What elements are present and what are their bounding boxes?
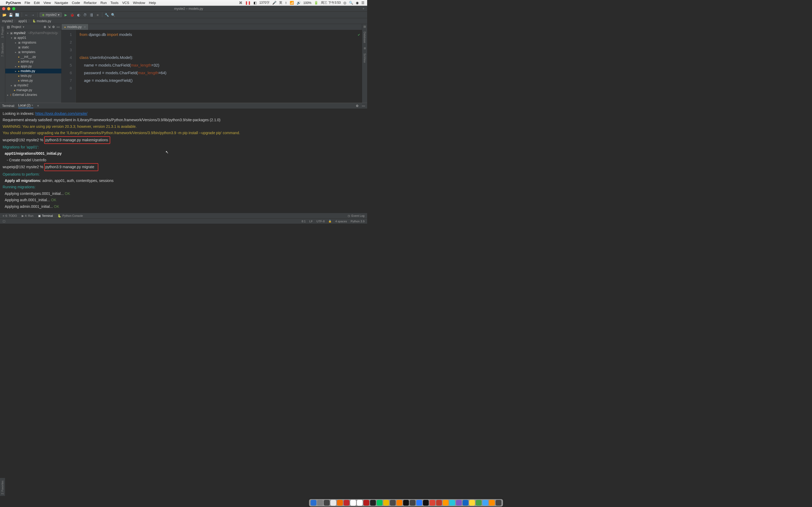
gear-icon[interactable]: ⚙	[52, 25, 55, 29]
folder-name: templates	[22, 50, 36, 54]
save-icon[interactable]: 💾	[8, 12, 13, 17]
tool-structure[interactable]: 7: Structure	[1, 42, 4, 58]
status-icon[interactable]: ◎	[343, 1, 346, 5]
tree-file-selected[interactable]: ▸●models.py	[5, 69, 61, 73]
sync-icon[interactable]: 🔄	[15, 12, 19, 17]
panel-title[interactable]: Project	[11, 25, 21, 29]
search-icon[interactable]: 🔍	[111, 12, 115, 17]
db-icon[interactable]: ▤	[363, 25, 366, 28]
status-icon[interactable]: ⌘	[239, 1, 242, 5]
wifi-icon[interactable]: 📶	[290, 1, 294, 5]
tree-folder[interactable]: ▸▣mysite2	[5, 83, 61, 88]
tree-folder[interactable]: ▸▣migrations	[5, 40, 61, 45]
window-minimize[interactable]	[7, 7, 10, 10]
run-config-selector[interactable]: ◆ mysite2 ▾	[40, 12, 62, 17]
breadcrumb-item[interactable]: models.py	[37, 19, 51, 23]
siri-icon[interactable]: ◉	[356, 1, 359, 5]
add-tab-icon[interactable]: ＋	[37, 104, 40, 108]
chevron-down-icon[interactable]: ▾	[23, 25, 24, 29]
profile-icon[interactable]: ⏱	[83, 12, 87, 17]
indent[interactable]: 4 spaces	[335, 220, 347, 223]
status-icon[interactable]: ▢	[3, 219, 5, 223]
menu-vcs[interactable]: VCS	[122, 1, 129, 5]
menu-code[interactable]: Code	[72, 1, 80, 5]
term-link[interactable]: https://pypi.douban.com/simple/	[36, 111, 88, 116]
tool-terminal[interactable]: ▣ Terminal	[38, 214, 53, 218]
menu-file[interactable]: File	[24, 1, 30, 5]
highlighted-command: python3.9 manage.py migrate	[44, 163, 98, 171]
tool-database[interactable]: Database	[363, 30, 366, 45]
pause-icon[interactable]: ❚❚	[245, 1, 251, 5]
interpreter[interactable]: Python 3.9	[351, 220, 364, 223]
close-icon[interactable]: ×	[32, 104, 33, 107]
menu-window[interactable]: Window	[133, 1, 145, 5]
tree-file[interactable]: ●__init__.py	[5, 54, 61, 59]
mic-icon[interactable]: 🎤	[272, 1, 276, 5]
menu-refactor[interactable]: Refactor	[84, 1, 97, 5]
coverage-icon[interactable]: ◐	[76, 12, 81, 17]
concurrency-icon[interactable]: ⇶	[89, 12, 94, 17]
bluetooth-icon[interactable]: ᚼ	[285, 1, 287, 5]
status-icon[interactable]: ◧	[253, 1, 257, 5]
tree-file[interactable]: ▸●apps.py	[5, 64, 61, 69]
tree-folder[interactable]: ▣static	[5, 45, 61, 50]
battery-icon[interactable]: 🔋	[314, 1, 318, 5]
lock-icon[interactable]: 🔒	[328, 220, 332, 223]
gear-icon[interactable]: ⚙	[356, 104, 359, 108]
settings-icon[interactable]: 🔧	[104, 12, 109, 17]
terminal-tab[interactable]: Local (2) ×	[18, 104, 33, 108]
volume-icon[interactable]: 🔊	[297, 1, 301, 5]
encoding[interactable]: UTF-8	[316, 220, 324, 223]
breadcrumb-item[interactable]: app01	[18, 19, 27, 23]
window-close[interactable]	[2, 7, 5, 10]
app-name[interactable]: PyCharm	[6, 1, 21, 5]
tool-sciview[interactable]: SciView	[363, 52, 366, 64]
menu-edit[interactable]: Edit	[34, 1, 40, 5]
ime-indicator[interactable]: 英	[279, 1, 282, 5]
tool-eventlog[interactable]: ◷ Event Log	[348, 214, 364, 218]
code-content[interactable]: from django.db import models class UserI…	[76, 30, 362, 103]
tree-file[interactable]: ●manage.py	[5, 88, 61, 93]
spotlight-icon[interactable]: 🔍	[349, 1, 353, 5]
tool-todo[interactable]: ≡ 6: TODO	[3, 214, 17, 217]
txt: =64)	[158, 70, 166, 75]
hide-icon[interactable]: —	[57, 25, 60, 29]
cursor-position[interactable]: 8:1	[302, 220, 306, 223]
tool-pyconsole[interactable]: 🐍 Python Console	[58, 214, 83, 218]
tree-root[interactable]: ▾▣mysite2~/PycharmProjects/g›	[5, 31, 61, 36]
breadcrumb-item[interactable]: mysite2	[2, 19, 13, 23]
tool-project[interactable]: 1: Project	[1, 25, 4, 39]
menu-help[interactable]: Help	[149, 1, 156, 5]
forward-icon[interactable]: →	[31, 12, 35, 17]
hide-icon[interactable]: —	[362, 104, 365, 108]
tree-file[interactable]: ●tests.py	[5, 73, 61, 78]
stop-icon[interactable]: ■	[95, 12, 100, 17]
debug-icon[interactable]: 🐞	[70, 12, 74, 17]
terminal-output[interactable]: Looking in indexes: https://pypi.douban.…	[0, 109, 367, 213]
menu-run[interactable]: Run	[100, 1, 107, 5]
check-icon[interactable]: ✔	[358, 31, 360, 39]
tree-external-libs[interactable]: ▸⫴External Libraries	[5, 93, 61, 97]
menu-view[interactable]: View	[43, 1, 51, 5]
project-tree[interactable]: ▾▣mysite2~/PycharmProjects/g› ▾▣app01 ▸▣…	[5, 30, 61, 103]
window-maximize[interactable]	[12, 7, 15, 10]
tree-file[interactable]: ●admin.py	[5, 59, 61, 64]
menu-tools[interactable]: Tools	[110, 1, 118, 5]
add-icon[interactable]: ＋	[362, 6, 365, 11]
tree-folder[interactable]: ▸▣templates	[5, 50, 61, 54]
locate-icon[interactable]: ⊕	[44, 25, 46, 29]
editor-tab-models[interactable]: ● models.py ×	[62, 24, 89, 30]
tree-file[interactable]: ●views.py	[5, 78, 61, 83]
back-icon[interactable]: ←	[24, 12, 29, 17]
line-ending[interactable]: LF	[309, 220, 313, 223]
close-icon[interactable]: ×	[84, 25, 86, 29]
control-center-icon[interactable]: ☰	[361, 1, 364, 5]
tree-folder-app01[interactable]: ▾▣app01	[5, 36, 61, 40]
run-icon[interactable]: ▶	[63, 12, 68, 17]
sciview-icon[interactable]: ⊞	[364, 47, 366, 50]
expand-icon[interactable]: ⇲	[48, 25, 50, 29]
menu-navigate[interactable]: Navigate	[54, 1, 68, 5]
tool-run[interactable]: ▶ 4: Run	[22, 214, 33, 218]
open-icon[interactable]: 📂	[2, 12, 7, 17]
code-area[interactable]: 1 2 3 4 5 6 7 8 from django.db import mo…	[62, 30, 362, 103]
